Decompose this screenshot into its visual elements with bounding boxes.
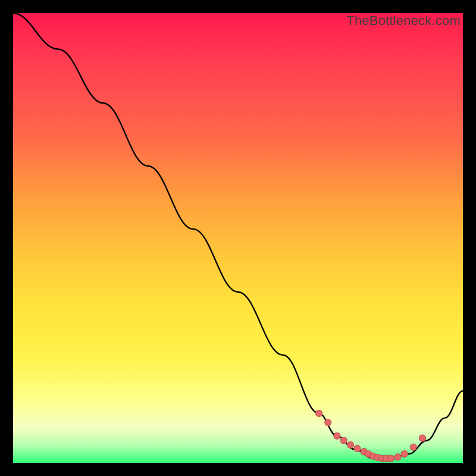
highlight-dot — [401, 450, 408, 457]
bottleneck-curve — [13, 13, 463, 458]
plot-area: TheBottleneck.com — [13, 13, 463, 463]
highlight-dot — [316, 410, 322, 416]
highlight-dot — [325, 419, 331, 426]
highlight-dot — [354, 445, 361, 452]
chart-svg — [13, 13, 463, 463]
highlight-dot — [410, 444, 416, 450]
chart-frame: TheBottleneck.com — [0, 0, 476, 476]
highlight-dot — [394, 454, 401, 461]
highlight-dot — [340, 437, 347, 444]
highlight-dot — [334, 433, 340, 439]
highlight-dot — [347, 441, 354, 448]
highlight-dot — [388, 455, 394, 462]
highlight-dot — [419, 435, 426, 441]
